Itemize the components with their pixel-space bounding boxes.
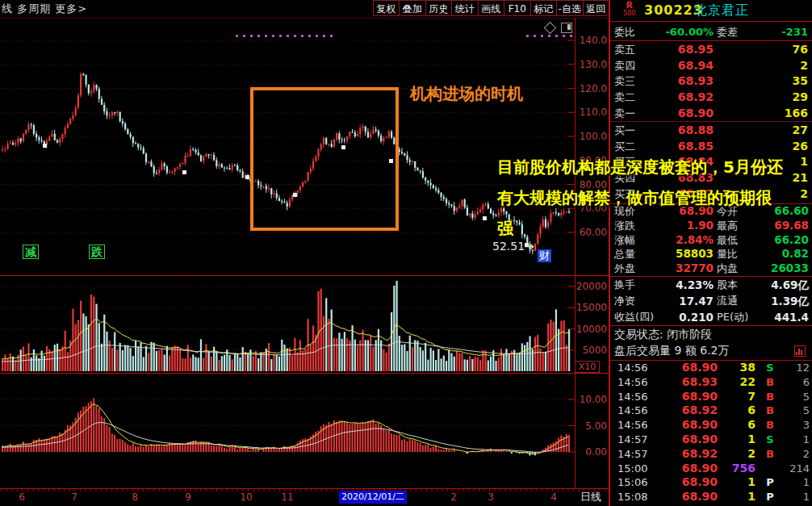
- tick-row: 15:0668.901P1: [610, 475, 812, 490]
- margin-flag: R500: [623, 2, 635, 18]
- marker-cai[interactable]: 财: [538, 249, 551, 262]
- trade-status: 交易状态: 闭市阶段: [614, 328, 712, 342]
- weicha-value: -231: [781, 23, 808, 41]
- fin-row: 净资17.47流通1.39亿: [610, 293, 812, 309]
- price-tick-label: 130.0: [575, 59, 607, 70]
- annotation-line3: 强: [497, 218, 513, 240]
- weibi-value: -60.00%: [651, 23, 714, 41]
- annotation-line1: 目前股价机构都是深度被套的，5月份还: [497, 157, 783, 178]
- bid-row[interactable]: 买一68.8827: [610, 123, 812, 139]
- tick-row: 14:5768.901S1: [610, 433, 812, 447]
- financials-block: 换手4.23%股本4.69亿净资17.47流通1.39亿收益(四)0.210PE…: [610, 277, 812, 326]
- fin-row: 换手4.23%股本4.69亿: [610, 277, 812, 293]
- tick-row: 14:5768.922B2: [610, 447, 812, 462]
- stat-row: 外盘32770内盘26033: [610, 261, 812, 276]
- date-tick-label: 11: [277, 491, 298, 503]
- tick-row: 14:5668.9322B6: [610, 375, 812, 390]
- tick-row: 15:0068.90756214: [610, 462, 812, 476]
- ask-row[interactable]: 卖一68.90166: [610, 106, 812, 122]
- stock-header: R500 300223 北京君正: [610, 0, 812, 22]
- annotation-title: 机构进场的时机: [410, 83, 523, 105]
- date-tick-label: 3: [480, 491, 501, 503]
- annotation-line2: 有大规模的解禁，做市值管理的预期很: [497, 187, 772, 209]
- indicator-tick-label: 10.00: [575, 394, 607, 405]
- ask-row[interactable]: 卖三68.9335: [610, 73, 812, 90]
- marker-jian[interactable]: 减: [23, 245, 39, 259]
- price-tick-label: 60.00: [575, 227, 607, 238]
- marker-die[interactable]: 跌: [89, 245, 105, 259]
- quote-panel: R500 300223 北京君正 委比 -60.00% 委差 -231 卖五68…: [609, 0, 812, 506]
- volume-tick-label: 5000: [575, 345, 607, 356]
- price-tick-label: 100.0: [575, 131, 607, 142]
- date-tick-label: 6: [11, 491, 32, 503]
- stock-name: 北京君正: [694, 2, 749, 19]
- volume-tick-label: 15000: [575, 302, 607, 313]
- ask-row[interactable]: 卖五68.9576: [610, 42, 812, 58]
- stats-block: 现价68.90今开66.60涨跌1.90最高69.68涨幅2.84%最低66.2…: [610, 203, 812, 277]
- price-tick-label: 140.0: [575, 35, 607, 46]
- date-tick-label: 2: [443, 491, 464, 503]
- stat-row: 涨跌1.90最高69.68: [610, 219, 812, 233]
- period-label[interactable]: 日线: [580, 490, 601, 504]
- ask-levels: 卖五68.9576卖四68.942卖三68.9335卖二68.9229卖一68.…: [610, 42, 812, 122]
- price-tick-label: 110.0: [575, 107, 607, 118]
- date-tick-label: 9: [178, 491, 199, 503]
- trading-terminal: 线 多周期 更多> 复权叠加历史统计画线F10标记-自选返回 140.0130.…: [0, 0, 812, 506]
- tick-list[interactable]: 14:5668.9038S1214:5668.9322B614:5668.907…: [610, 360, 812, 506]
- weibi-row: 委比 -60.00% 委差 -231: [610, 23, 812, 41]
- tick-row: 15:0868.901P1: [610, 490, 812, 504]
- tick-row: 14:5668.907B5: [610, 390, 812, 404]
- tick-row: 14:5668.9038S12: [610, 361, 812, 375]
- volume-chart-icon[interactable]: [794, 345, 806, 357]
- after-hours-volume: 盘后交易量 9 额 6.2万: [614, 344, 730, 358]
- date-tick-label: 4: [543, 491, 564, 503]
- volume-tick-label: 10000: [575, 324, 607, 335]
- date-tick-label: 8: [124, 491, 145, 503]
- low-price-note: 52.51→: [492, 240, 534, 253]
- panel-layout-icon[interactable]: [561, 23, 572, 33]
- date-tick-label: 7: [64, 491, 85, 503]
- ask-row[interactable]: 卖二68.9229: [610, 90, 812, 106]
- bid-row[interactable]: 买二68.8526: [610, 139, 812, 155]
- fin-row: 收益(四)0.210PE(动)441.4: [610, 309, 812, 325]
- stat-row: 总量58803量比0.82: [610, 247, 812, 261]
- stat-row: 涨幅2.84%最低66.20: [610, 233, 812, 248]
- date-tick-label: 10: [236, 491, 257, 503]
- volume-multiplier-label: X10: [575, 361, 600, 373]
- indicator-tick-label: 5.00: [575, 420, 607, 432]
- tick-row: 14:5668.906B3: [610, 418, 812, 433]
- price-tick-label: 120.0: [575, 83, 607, 94]
- volume-tick-label: 20000: [575, 281, 607, 292]
- ask-row[interactable]: 卖四68.942: [610, 58, 812, 74]
- annotation-box: [250, 87, 399, 231]
- date-highlight-box: 2020/12/01/二: [339, 491, 407, 504]
- indicator-tick-label: 0.00: [575, 446, 607, 458]
- tick-row: 14:5668.926B5: [610, 404, 812, 418]
